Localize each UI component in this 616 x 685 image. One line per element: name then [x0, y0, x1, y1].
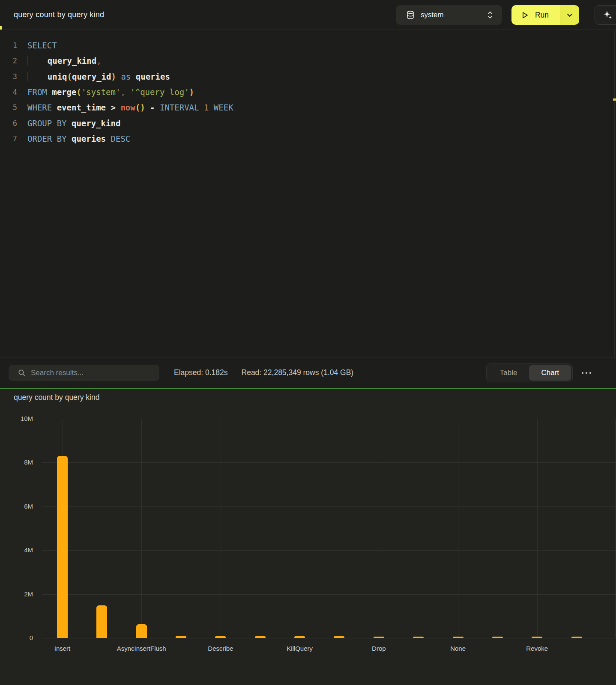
- gridline-vertical: [537, 419, 538, 638]
- editor-overview-ruler: [614, 30, 615, 357]
- line-number: 2: [0, 57, 17, 65]
- gridline-horizontal: [42, 506, 616, 507]
- chart-bar[interactable]: [453, 637, 463, 638]
- elapsed-stat: Elapsed: 0.182s: [174, 368, 228, 377]
- chart-bar[interactable]: [57, 456, 68, 638]
- code-text: GROUP BY query_kind: [27, 119, 120, 128]
- chart-bar[interactable]: [413, 637, 424, 638]
- ellipsis-icon: [581, 372, 592, 374]
- database-icon: [406, 11, 415, 19]
- chart-bar[interactable]: [255, 636, 266, 638]
- code-text: FROM merge('system', '^query_log'): [27, 87, 194, 97]
- code-line[interactable]: 5WHERE event_time > now() - INTERVAL 1 W…: [0, 100, 616, 115]
- play-icon: [521, 11, 529, 19]
- code-line[interactable]: 3 uniq(query_id) as queries: [0, 69, 616, 84]
- y-axis-label: 4M: [0, 546, 33, 554]
- y-axis-label: 0: [0, 634, 33, 641]
- run-button[interactable]: Run: [511, 5, 560, 25]
- database-selector[interactable]: system: [396, 5, 502, 25]
- y-axis-label: 10M: [0, 415, 33, 422]
- chart-bar[interactable]: [334, 636, 344, 638]
- x-axis-label: AsyncInsertFlush: [105, 645, 178, 652]
- x-axis-label: Insert: [26, 645, 99, 652]
- query-title: query count by query kind: [14, 10, 104, 19]
- read-stat: Read: 22,285,349 rows (1.04 GB): [242, 368, 354, 377]
- editor-marker-left: [0, 26, 2, 30]
- run-split-button: Run: [511, 5, 579, 25]
- code-text: ORDER BY queries DESC: [27, 134, 130, 143]
- chart-bar[interactable]: [374, 637, 384, 638]
- gridline-vertical: [141, 419, 142, 638]
- gridline-vertical: [379, 419, 379, 638]
- gridline-horizontal: [42, 550, 616, 551]
- x-axis-label: KillQuery: [263, 645, 336, 652]
- gridline-vertical: [300, 419, 300, 638]
- topbar-controls: system Run: [396, 0, 616, 30]
- chart-bar[interactable]: [96, 605, 107, 638]
- y-axis-label: 6M: [0, 503, 33, 510]
- gridline-horizontal: [42, 594, 616, 595]
- chart-bar[interactable]: [492, 637, 503, 638]
- chevron-up-down-icon: [487, 11, 493, 19]
- assistant-button[interactable]: [595, 5, 616, 25]
- code-text: WHERE event_time > now() - INTERVAL 1 WE…: [27, 103, 233, 112]
- top-bar: query count by query kind system Run: [0, 0, 616, 30]
- more-options-button[interactable]: [579, 368, 594, 378]
- chart-bar[interactable]: [176, 636, 186, 638]
- line-number: 4: [0, 88, 17, 96]
- code-line[interactable]: 6GROUP BY query_kind: [0, 115, 616, 131]
- tab-chart[interactable]: Chart: [529, 365, 571, 381]
- line-number: 1: [0, 41, 17, 50]
- line-number: 6: [0, 119, 17, 128]
- bar-chart: 10M8M6M4M2M0InsertAsyncInsertFlushDescri…: [0, 389, 616, 685]
- code-line[interactable]: 7ORDER BY queries DESC: [0, 131, 616, 146]
- code-line[interactable]: 4FROM merge('system', '^query_log'): [0, 84, 616, 100]
- line-number: 3: [0, 72, 17, 81]
- search-icon: [18, 369, 26, 377]
- code-text: query_kind,: [27, 56, 102, 66]
- x-axis-label: Revoke: [501, 645, 574, 652]
- chart-bar[interactable]: [136, 624, 147, 638]
- database-name: system: [421, 11, 487, 19]
- search-results-input[interactable]: [31, 369, 154, 377]
- chart-bar[interactable]: [294, 636, 305, 638]
- gridline-horizontal: [42, 419, 616, 419]
- x-axis-label: Describe: [184, 645, 257, 652]
- code-line[interactable]: 1SELECT: [0, 38, 616, 53]
- line-number: 7: [0, 134, 17, 143]
- search-box[interactable]: [9, 365, 159, 381]
- chart-bar[interactable]: [571, 637, 582, 638]
- chevron-down-icon: [567, 13, 573, 17]
- code-line[interactable]: 2 query_kind,: [0, 53, 616, 68]
- x-axis-label: None: [422, 645, 494, 652]
- view-toggle: Table Chart: [486, 363, 573, 382]
- gridline-vertical: [458, 419, 458, 638]
- code-text: SELECT: [27, 41, 57, 50]
- tab-table[interactable]: Table: [488, 365, 529, 381]
- code-text: uniq(query_id) as queries: [27, 72, 170, 81]
- gridline-vertical: [221, 419, 221, 638]
- editor-marker-right: [613, 98, 616, 101]
- sparkles-icon: [602, 9, 613, 21]
- line-number: 5: [0, 103, 17, 112]
- run-options-button[interactable]: [560, 5, 579, 25]
- chart-panel: query count by query kind 10M8M6M4M2M0In…: [0, 389, 616, 685]
- sql-editor[interactable]: 1SELECT2 query_kind,3 uniq(query_id) as …: [0, 30, 616, 357]
- y-axis-label: 2M: [0, 590, 33, 598]
- chart-bar[interactable]: [532, 637, 542, 638]
- x-axis-label: Drop: [342, 645, 415, 652]
- chart-bar[interactable]: [215, 636, 226, 638]
- y-axis-label: 8M: [0, 459, 33, 466]
- gridline-horizontal: [42, 462, 616, 463]
- gridline-vertical: [615, 419, 616, 638]
- run-label: Run: [535, 11, 549, 20]
- results-toolbar: Elapsed: 0.182s Read: 22,285,349 rows (1…: [0, 357, 616, 388]
- x-axis-line: [42, 638, 616, 638]
